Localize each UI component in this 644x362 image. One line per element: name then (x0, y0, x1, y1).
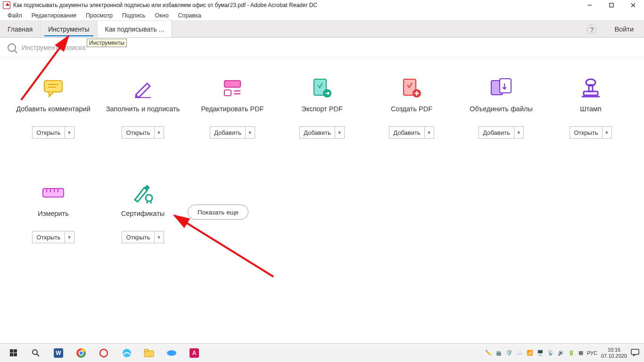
system-tray: ✏️ 🖨️ 🛡️ ☁️ 📶 🖥️ 📡 🔊 🔋 ▦ РУС 10:16 07.10… (485, 347, 642, 359)
menu-edit[interactable]: Редактирование (27, 11, 81, 20)
menu-sign[interactable]: Подпись (117, 11, 150, 20)
tool-fill-sign-action[interactable]: Открыть▼ (122, 126, 164, 139)
tool-comment-action[interactable]: Открыть▼ (32, 126, 74, 139)
tool-create-pdf[interactable]: Создать PDF Добавить▼ (367, 76, 456, 139)
tool-certificates-label: Сертификаты (121, 209, 165, 227)
tool-edit-pdf-label: Редактировать PDF (201, 105, 264, 123)
svg-point-31 (146, 195, 152, 201)
taskbar-explorer[interactable] (138, 345, 160, 362)
tool-fill-sign-label: Заполнить и подписать (106, 105, 180, 123)
taskbar-word[interactable]: W (47, 345, 70, 362)
tool-measure[interactable]: Измерить Открыть▼ (8, 181, 98, 243)
svg-rect-26 (43, 189, 64, 197)
tray-icon[interactable]: 🖥️ (537, 350, 544, 356)
svg-point-32 (33, 350, 37, 354)
chevron-down-icon[interactable]: ▼ (154, 231, 164, 243)
tool-export-pdf-action[interactable]: Добавить▼ (299, 126, 344, 139)
tool-stamp[interactable]: Штамп Открыть▼ (546, 76, 636, 139)
tray-icon[interactable]: 🖨️ (495, 350, 502, 356)
menu-view[interactable]: Просмотр (81, 11, 117, 20)
tabbar: Главная Инструменты Как подписывать ... … (0, 21, 644, 38)
svg-line-33 (37, 354, 39, 356)
tray-icon[interactable]: ☁️ (516, 350, 523, 356)
chevron-down-icon[interactable]: ▼ (514, 127, 523, 138)
tray-volume-icon[interactable]: 🔊 (558, 350, 564, 356)
svg-rect-40 (144, 349, 149, 352)
window-close-button[interactable] (622, 0, 644, 10)
window-minimize-button[interactable] (579, 0, 601, 10)
tool-stamp-action[interactable]: Открыть▼ (570, 126, 611, 139)
help-icon[interactable]: ? (587, 25, 596, 34)
svg-point-41 (167, 350, 176, 356)
tab-tools-tooltip: Инструменты (87, 39, 127, 47)
tool-combine-action[interactable]: Добавить▼ (479, 126, 523, 139)
show-more-container: Показать еще (188, 205, 248, 220)
start-button[interactable] (2, 345, 25, 362)
active-tab-underline (44, 35, 93, 36)
tools-grid: Добавить комментарий Открыть▼ Заполнить … (0, 58, 644, 243)
tool-export-pdf-label: Экспорт PDF (301, 105, 343, 123)
chevron-down-icon[interactable]: ▼ (424, 127, 434, 138)
tray-wifi-icon[interactable]: 📡 (547, 350, 554, 356)
svg-rect-11 (224, 90, 231, 96)
window-titlebar: Как подписывать документы электронной по… (0, 0, 644, 10)
tool-edit-pdf-action[interactable]: Добавить▼ (210, 126, 255, 139)
tray-language[interactable]: РУС (587, 350, 597, 356)
login-button[interactable]: Войти (604, 21, 644, 37)
svg-rect-21 (500, 79, 511, 93)
tool-comment[interactable]: Добавить комментарий Открыть▼ (8, 76, 98, 139)
tool-combine[interactable]: Объединить файлы Добавить▼ (456, 76, 546, 139)
chevron-down-icon[interactable]: ▼ (65, 127, 74, 138)
chevron-down-icon[interactable]: ▼ (154, 127, 164, 138)
pen-icon (130, 76, 156, 100)
taskbar-app-blue[interactable] (160, 345, 183, 362)
stamp-icon (578, 76, 603, 100)
tool-measure-label: Измерить (38, 209, 68, 227)
taskbar-acrobat[interactable]: A (183, 345, 206, 362)
taskbar-app-red[interactable] (92, 345, 115, 362)
tray-clock[interactable]: 10:16 07.10.2020 (601, 347, 627, 359)
tool-certificates-action[interactable]: Открыть▼ (122, 231, 164, 243)
combine-files-icon (488, 76, 514, 100)
tool-create-pdf-label: Создать PDF (391, 105, 432, 123)
tray-icon[interactable]: 📶 (527, 350, 533, 356)
svg-rect-42 (631, 349, 639, 354)
chevron-down-icon[interactable]: ▼ (245, 127, 255, 138)
chevron-down-icon[interactable]: ▼ (602, 127, 611, 138)
ruler-icon (41, 181, 66, 205)
tray-notifications-icon[interactable] (631, 349, 639, 357)
tool-comment-label: Добавить комментарий (16, 105, 91, 123)
tab-document[interactable]: Как подписывать ... (98, 21, 173, 37)
tab-tools-label: Инструменты (48, 25, 89, 33)
tray-icon[interactable]: ✏️ (485, 350, 492, 356)
chevron-down-icon[interactable]: ▼ (335, 127, 344, 138)
tray-time: 10:16 (601, 347, 627, 353)
create-pdf-icon (399, 76, 424, 100)
taskbar-chrome[interactable] (70, 345, 92, 362)
tool-certificates[interactable]: Сертификаты Открыть▼ (98, 181, 188, 243)
taskbar-search[interactable] (25, 345, 47, 362)
show-more-button[interactable]: Показать еще (188, 205, 248, 220)
svg-rect-10 (224, 81, 240, 87)
svg-rect-6 (44, 81, 62, 92)
chevron-down-icon[interactable]: ▼ (65, 231, 74, 243)
windows-taskbar: W A ✏️ 🖨️ 🛡️ ☁️ 📶 🖥️ 📡 🔊 🔋 ▦ РУС 10:16 0… (0, 343, 644, 362)
tray-battery-icon[interactable]: 🔋 (568, 350, 575, 356)
tray-gpu-icon[interactable]: ▦ (578, 350, 583, 356)
window-maximize-button[interactable] (601, 0, 622, 10)
tool-fill-sign[interactable]: Заполнить и подписать Открыть▼ (98, 76, 188, 139)
menu-help[interactable]: Справка (173, 11, 206, 20)
taskbar-ie[interactable] (115, 345, 138, 362)
menu-window[interactable]: Окно (150, 11, 173, 20)
tray-icon[interactable]: 🛡️ (506, 350, 512, 356)
svg-point-37 (100, 349, 107, 357)
tool-edit-pdf[interactable]: Редактировать PDF Добавить▼ (188, 76, 277, 139)
tool-export-pdf[interactable]: Экспорт PDF Добавить▼ (277, 76, 367, 139)
menu-file[interactable]: Файл (3, 11, 27, 20)
tool-stamp-label: Штамп (580, 105, 602, 123)
tool-measure-action[interactable]: Открыть▼ (32, 231, 74, 243)
tab-tools[interactable]: Инструменты (41, 21, 97, 37)
tool-create-pdf-action[interactable]: Добавить▼ (389, 126, 434, 139)
tab-home[interactable]: Главная (0, 21, 41, 37)
menubar: Файл Редактирование Просмотр Подпись Окн… (0, 10, 644, 21)
